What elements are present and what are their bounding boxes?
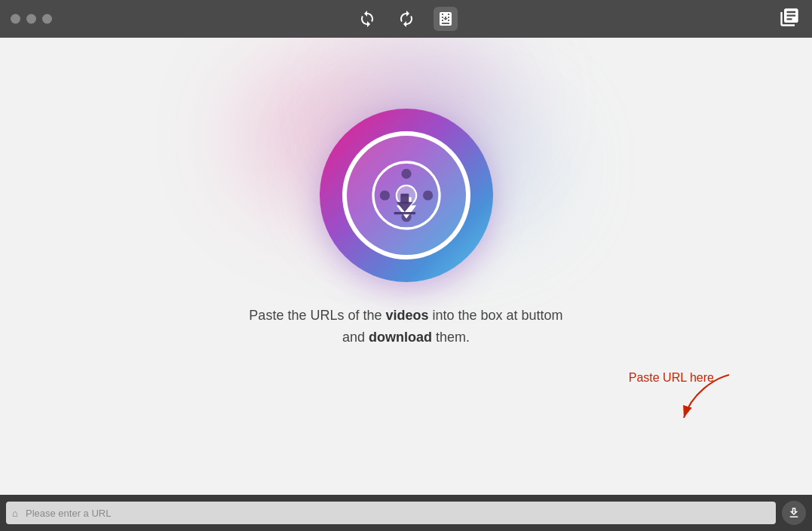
close-button[interactable] (11, 14, 20, 24)
download-button[interactable] (782, 501, 806, 525)
url-input[interactable] (6, 502, 776, 524)
annotation-container: Paste URL here (0, 364, 812, 424)
app-icon-inner (342, 131, 470, 259)
app-icon (320, 109, 493, 282)
svg-point-4 (379, 191, 389, 201)
description-text: Paste the URLs of the videos into the bo… (249, 305, 562, 348)
nav-icons (355, 7, 458, 31)
svg-point-5 (423, 191, 433, 201)
svg-point-2 (401, 169, 411, 179)
window-controls (11, 14, 52, 24)
svg-rect-11 (394, 212, 415, 214)
desc-bold-download: download (369, 330, 432, 345)
home-icon: ⌂ (12, 508, 18, 519)
refresh-icon (358, 10, 376, 28)
film-reel-download-icon (365, 154, 448, 237)
convert-icon (397, 10, 415, 28)
maximize-button[interactable] (42, 14, 52, 24)
playlist-icon (779, 7, 800, 28)
download-icon (787, 506, 801, 520)
minimize-button[interactable] (26, 14, 36, 24)
playlist-button[interactable] (779, 7, 800, 31)
url-input-wrapper: ⌂ (6, 502, 776, 524)
desc-line2: and download them. (342, 330, 470, 345)
main-content: Paste the URLs of the videos into the bo… (0, 38, 812, 495)
titlebar (0, 0, 812, 38)
desc-bold-videos: videos (385, 308, 428, 323)
download-reel-tab-icon[interactable] (434, 7, 458, 31)
bottom-bar: ⌂ (0, 495, 812, 531)
annotation-arrow (616, 364, 767, 424)
app-icon-gradient (320, 109, 493, 282)
desc-line1: Paste the URLs of the videos into the bo… (249, 308, 562, 323)
convert-tab-icon[interactable] (394, 7, 418, 31)
refresh-tab-icon[interactable] (355, 7, 379, 31)
film-download-icon (437, 10, 455, 28)
